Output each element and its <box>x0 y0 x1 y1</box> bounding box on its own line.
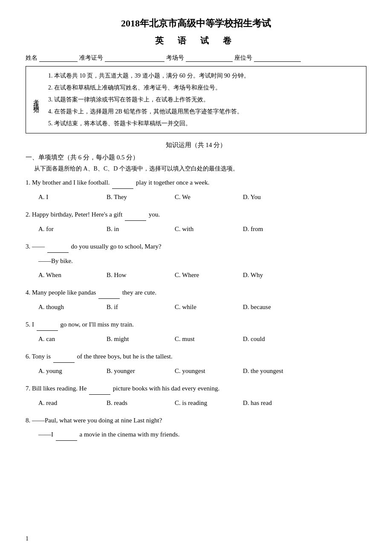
q7-option-d: D. has read <box>243 397 311 409</box>
q2-option-d: D. from <box>243 223 311 235</box>
q6-option-c: C. youngest <box>175 365 243 377</box>
q6-options: A. young B. younger C. youngest D. the y… <box>38 365 366 377</box>
q8-text: ——Paul, what were you doing at nine Last… <box>32 417 162 424</box>
q7-options: A. read B. reads C. is reading D. has re… <box>38 397 366 409</box>
q1-option-b: B. They <box>107 191 175 203</box>
q1-option-a: A. I <box>38 191 107 203</box>
notice-item-4: 4. 在答题卡上，选择题用 2B 铅笔作答，其他试题用黑色字迹签字笔作答。 <box>48 106 360 118</box>
q4-option-c: C. while <box>175 301 243 313</box>
page-number: 1 <box>26 535 29 542</box>
q6-text: Tony is <box>32 353 51 360</box>
notice-label: 考生须知 <box>32 70 42 130</box>
q7-text: Bill likes reading. He <box>32 385 86 392</box>
q4-option-b: B. if <box>107 301 175 313</box>
q6-blank <box>53 351 75 363</box>
q1-option-c: C. We <box>175 191 243 203</box>
notice-content: 1. 本试卷共 10 页，共五道大题，39 道小题，满分 60 分。考试时间 9… <box>48 70 360 130</box>
question-7: 7. Bill likes reading. He picture books … <box>26 383 366 409</box>
q2-option-c: C. with <box>175 223 243 235</box>
q1-blank <box>112 177 133 189</box>
q7-option-a: A. read <box>38 397 107 409</box>
question-5: 5. I go now, or I'll miss my train. A. c… <box>26 319 366 345</box>
q8-sub-blank <box>56 429 77 441</box>
question-2: 2. Happy birthday, Peter! Here's a gift … <box>26 209 366 235</box>
q3-sub-answer: ——By bike. <box>38 255 366 267</box>
notice-item-3: 3. 试题答案一律填涂或书写在答题卡上，在试卷上作答无效。 <box>48 94 360 106</box>
q2-option-b: B. in <box>107 223 175 235</box>
subsection-title: 一、单项填空（共 6 分，每小题 0.5 分） <box>26 153 366 162</box>
q8-sub-after: a movie in the cinema with my friends. <box>80 431 180 438</box>
notice-box: 考生须知 1. 本试卷共 10 页，共五道大题，39 道小题，满分 60 分。考… <box>26 66 366 133</box>
question-8: 8. ——Paul, what were you doing at nine L… <box>26 415 366 441</box>
q5-option-a: A. can <box>38 333 107 345</box>
q5-text: I <box>32 321 34 328</box>
question-1: 1. My brother and I like football. play … <box>26 177 366 203</box>
q2-option-a: A. for <box>38 223 107 235</box>
q1-options: A. I B. They C. We D. You <box>38 191 366 203</box>
q7-after: picture books with his dad every evening… <box>113 385 219 392</box>
q4-options: A. though B. if C. while D. because <box>38 301 366 313</box>
q3-option-c: C. Where <box>175 269 243 281</box>
q2-text: Happy birthday, Peter! Here's a gift <box>32 211 123 218</box>
q7-number: 7. <box>26 385 32 392</box>
q5-after: go now, or I'll miss my train. <box>61 321 134 328</box>
q2-number: 2. <box>26 211 32 218</box>
name-field: 姓名 准考证号 考场号 座位号 <box>26 54 303 62</box>
q3-option-d: D. Why <box>243 269 311 281</box>
q5-blank <box>37 319 58 331</box>
q5-options: A. can B. might C. must D. could <box>38 333 366 345</box>
notice-item-2: 2. 在试卷和草稿纸上准确填写姓名、准考证号、考场号和座位号。 <box>48 82 360 94</box>
question-6: 6. Tony is of the three boys, but he is … <box>26 351 366 377</box>
q7-option-b: B. reads <box>107 397 175 409</box>
notice-item-5: 5. 考试结束，将本试卷、答题卡卡和草稿纸一并交回。 <box>48 118 360 130</box>
q1-text: My brother and I like football. <box>32 179 110 186</box>
exam-title-main: 2018年北京市高级中等学校招生考试 <box>26 17 366 30</box>
q6-option-a: A. young <box>38 365 107 377</box>
instruction-text: 从下面各题所给的 A、B、C、D 个选项中，选择可以填入空白处的最佳选项。 <box>34 165 366 173</box>
q8-number: 8. <box>26 417 32 424</box>
question-3: 3. —— do you usually go to school, Mary?… <box>26 241 366 281</box>
q7-option-c: C. is reading <box>175 397 243 409</box>
q4-blank <box>98 287 120 299</box>
header-info: 姓名 准考证号 考场号 座位号 <box>26 54 366 62</box>
q6-number: 6. <box>26 353 32 360</box>
q3-options: A. When B. How C. Where D. Why <box>38 269 366 281</box>
q1-number: 1. <box>26 179 32 186</box>
section-title: 知识运用（共 14 分） <box>26 141 366 149</box>
q2-blank <box>125 209 146 221</box>
q3-option-a: A. When <box>38 269 107 281</box>
q6-option-d: D. the youngest <box>243 365 311 377</box>
q6-option-b: B. younger <box>107 365 175 377</box>
notice-item-1: 1. 本试卷共 10 页，共五道大题，39 道小题，满分 60 分。考试时间 9… <box>48 70 360 82</box>
q5-number: 5. <box>26 321 32 328</box>
q3-option-b: B. How <box>107 269 175 281</box>
q1-option-d: D. You <box>243 191 311 203</box>
q3-after: do you usually go to school, Mary? <box>71 243 161 250</box>
q3-number: 3. <box>26 243 32 250</box>
q7-blank <box>89 383 110 395</box>
q2-after: you. <box>149 211 160 218</box>
question-4: 4. Many people like pandas they are cute… <box>26 287 366 313</box>
q5-option-b: B. might <box>107 333 175 345</box>
q4-after: they are cute. <box>122 289 156 296</box>
q2-options: A. for B. in C. with D. from <box>38 223 366 235</box>
q3-blank <box>47 241 69 253</box>
q5-option-d: D. could <box>243 333 311 345</box>
q5-option-c: C. must <box>175 333 243 345</box>
q4-option-a: A. though <box>38 301 107 313</box>
q4-text: Many people like pandas <box>32 289 96 296</box>
q1-after: play it together once a week. <box>136 179 209 186</box>
q4-option-d: D. because <box>243 301 311 313</box>
q4-number: 4. <box>26 289 32 296</box>
exam-title-sub: 英 语 试 卷 <box>26 35 366 46</box>
q6-after: of the three boys, but he is the tallest… <box>77 353 173 360</box>
q8-sub-prefix: ——I <box>38 431 55 438</box>
q3-dash: —— <box>32 243 45 250</box>
